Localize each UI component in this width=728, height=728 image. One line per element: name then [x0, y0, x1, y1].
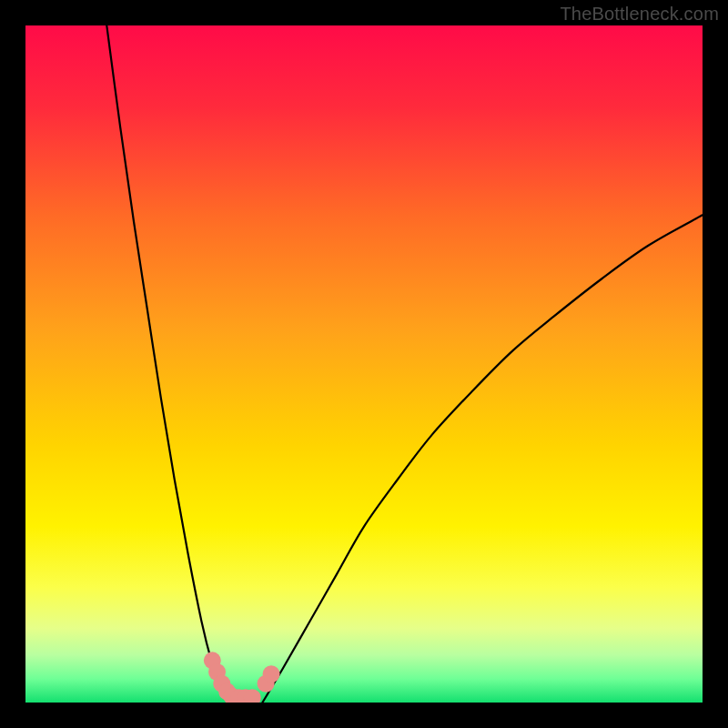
data-marker — [263, 665, 280, 682]
chart-frame: TheBottleneck.com — [0, 0, 728, 728]
chart-svg — [25, 25, 703, 703]
watermark-text: TheBottleneck.com — [560, 4, 719, 25]
gradient-background — [25, 25, 703, 703]
plot-area — [25, 25, 703, 703]
